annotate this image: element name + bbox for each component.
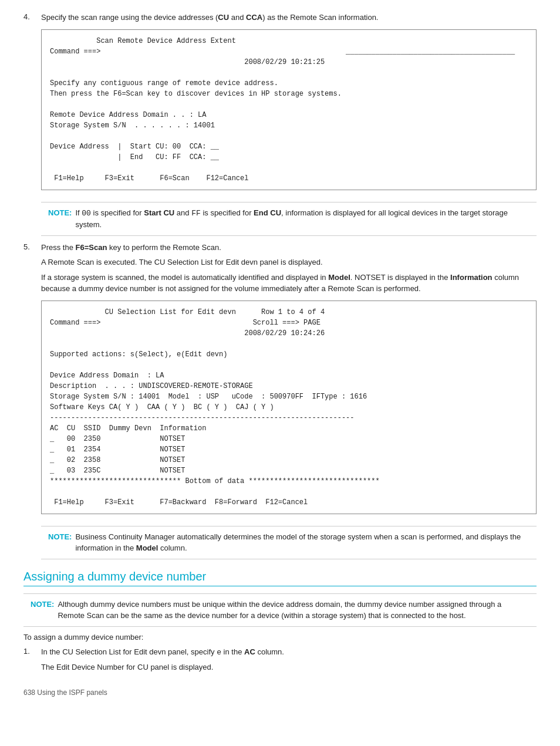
step-4-content: Specify the scan range using the device … (41, 12, 537, 196)
terminal-cu-selection: CU Selection List for Edit devn Row 1 to… (41, 301, 537, 514)
terminal-scan-remote: Scan Remote Device Address Extent Comman… (41, 29, 537, 190)
step-1-assign-sub: The Edit Device Number for CU panel is d… (41, 661, 537, 673)
step-1-assign-text: In the CU Selection List for Edit devn p… (41, 646, 537, 659)
note-2-label: NOTE: (48, 531, 72, 543)
note-2-text: Business Continuity Manager automaticall… (75, 531, 529, 554)
step-5-para1: Press the F6=Scan key to perform the Rem… (41, 242, 537, 254)
step-1-assign-number: 1. (23, 646, 41, 677)
step-5-para3: If a storage system is scanned, the mode… (41, 272, 537, 295)
note-3-label: NOTE: (31, 599, 54, 610)
page-footer: 638 Using the ISPF panels (23, 688, 537, 697)
step-1-assign-content: In the CU Selection List for Edit devn p… (41, 646, 537, 677)
section-heading-dummy-device: Assigning a dummy device number (23, 570, 537, 586)
note-1-label: NOTE: (48, 207, 72, 219)
step-5-para2: A Remote Scan is executed. The CU Select… (41, 256, 537, 268)
note-1-text: If 00 is specified for Start CU and FF i… (75, 207, 529, 231)
assign-intro: To assign a dummy device number: (23, 633, 537, 642)
note-2: NOTE: Business Continuity Manager automa… (41, 526, 537, 559)
step-5-content: Press the F6=Scan key to perform the Rem… (41, 242, 537, 520)
note-3-text: Although dummy device numbers must be un… (58, 599, 529, 622)
step-4-number: 4. (23, 12, 41, 196)
step-1-assign: 1. In the CU Selection List for Edit dev… (23, 646, 537, 677)
note-1: NOTE: If 00 is specified for Start CU an… (41, 202, 537, 236)
step-4-text: Specify the scan range using the device … (41, 12, 537, 23)
step-5-number: 5. (23, 242, 41, 520)
note-3: NOTE: Although dummy device numbers must… (23, 593, 537, 627)
step-4: 4. Specify the scan range using the devi… (23, 12, 537, 196)
step-5: 5. Press the F6=Scan key to perform the … (23, 242, 537, 520)
